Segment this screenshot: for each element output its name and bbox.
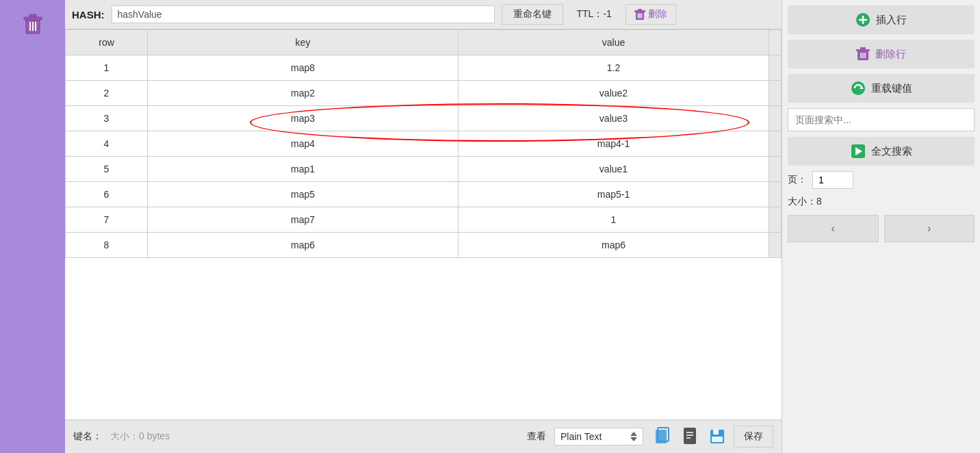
fulltext-label: 全文搜索	[871, 145, 912, 158]
insert-row-button[interactable]: 插入行	[788, 5, 975, 34]
left-sidebar	[0, 0, 65, 453]
insert-row-label: 插入行	[876, 14, 907, 27]
content-area: HASH: 重命名键 TTL：-1 删除	[65, 0, 782, 453]
table-row[interactable]: 3 map3 value3	[66, 106, 782, 131]
save-icon	[709, 428, 725, 445]
cell-value: map4-1	[459, 131, 769, 157]
col-header-key: key	[148, 30, 459, 55]
table-row[interactable]: 7 map7 1	[66, 207, 782, 233]
trash-icon-right	[856, 47, 870, 62]
view-select[interactable]: Plain Text	[554, 428, 643, 445]
table-row[interactable]: 2 map2 value2	[66, 81, 782, 106]
rename-button[interactable]: 重命名键	[502, 4, 563, 25]
col-header-value: value	[459, 30, 769, 55]
svg-rect-19	[713, 430, 719, 435]
trash-icon-small	[634, 8, 645, 21]
copy-icon-button[interactable]	[652, 424, 673, 449]
doc-icon-button[interactable]	[679, 424, 701, 449]
ttl-label: TTL：-1	[577, 8, 612, 21]
delete-row-label: 删除行	[875, 48, 906, 61]
table-container: row key value 1 map8 1.2 2 map2 value2 3…	[65, 29, 782, 419]
svg-rect-8	[638, 9, 642, 11]
cell-key: map7	[148, 207, 459, 233]
svg-rect-14	[684, 428, 696, 444]
cell-value: value3	[459, 106, 769, 131]
cell-row: 5	[66, 157, 148, 182]
cell-key: map4	[148, 131, 459, 157]
table-row[interactable]: 5 map1 value1	[66, 157, 782, 182]
table-row[interactable]: 8 map6 map6	[66, 233, 782, 258]
delete-button-top[interactable]: 删除	[626, 4, 676, 25]
prev-page-button[interactable]: ‹	[788, 215, 879, 242]
cell-value: value1	[459, 157, 769, 182]
key-name-label: 键名：	[73, 430, 102, 443]
cell-key: map1	[148, 157, 459, 182]
trash-icon	[23, 13, 42, 35]
cell-row: 3	[66, 106, 148, 131]
cell-row: 8	[66, 233, 148, 258]
nav-row: ‹ ›	[788, 215, 975, 242]
col-header-row: row	[66, 30, 148, 55]
cell-row: 6	[66, 182, 148, 207]
svg-rect-20	[712, 437, 723, 442]
bottom-icons: 保存	[652, 424, 773, 449]
fulltext-search-button[interactable]: 全文搜索	[788, 137, 975, 166]
cell-value: value2	[459, 81, 769, 106]
right-panel: 插入行 删除行 重载键值	[782, 0, 980, 453]
save-button[interactable]: 保存	[734, 426, 773, 448]
cell-row: 4	[66, 131, 148, 157]
cell-key: map3	[148, 106, 459, 131]
plus-circle-icon	[855, 12, 871, 27]
view-select-value: Plain Text	[560, 431, 602, 442]
cell-row: 7	[66, 207, 148, 233]
play-icon	[851, 144, 866, 159]
data-table: row key value 1 map8 1.2 2 map2 value2 3…	[65, 29, 782, 258]
page-label: 页：	[788, 174, 807, 186]
copy-icon	[654, 427, 671, 446]
reload-label: 重载键值	[871, 82, 912, 95]
cell-row: 2	[66, 81, 148, 106]
bottom-bar: 键名： 大小：0 bytes 查看 Plain Text	[65, 419, 782, 453]
cell-key: map2	[148, 81, 459, 106]
save-btn-label: 保存	[744, 430, 763, 443]
cell-key: map6	[148, 233, 459, 258]
svg-rect-2	[29, 14, 36, 17]
top-bar: HASH: 重命名键 TTL：-1 删除	[65, 0, 782, 29]
view-label: 查看	[527, 430, 546, 443]
cell-value: 1.2	[459, 55, 769, 81]
cell-value: 1	[459, 207, 769, 233]
hash-input[interactable]	[112, 5, 495, 23]
svg-rect-26	[860, 47, 866, 50]
search-input[interactable]	[788, 108, 975, 131]
size-info: 大小：8	[788, 194, 975, 209]
reload-button[interactable]: 重载键值	[788, 74, 975, 103]
refresh-icon	[851, 81, 866, 96]
document-icon	[682, 427, 698, 446]
svg-rect-1	[24, 17, 42, 20]
cell-value: map6	[459, 233, 769, 258]
size-label: 大小：0 bytes	[110, 430, 170, 443]
table-row[interactable]: 6 map5 map5-1	[66, 182, 782, 207]
sidebar-trash-button[interactable]	[12, 7, 53, 41]
chevron-updown-icon	[630, 432, 637, 441]
table-row[interactable]: 1 map8 1.2	[66, 55, 782, 81]
cell-key: map8	[148, 55, 459, 81]
table-row[interactable]: 4 map4 map4-1	[66, 131, 782, 157]
hash-label: HASH:	[72, 9, 105, 21]
page-input[interactable]	[812, 171, 853, 189]
delete-row-button[interactable]: 删除行	[788, 40, 975, 68]
cell-key: map5	[148, 182, 459, 207]
next-page-button[interactable]: ›	[884, 215, 975, 242]
cell-row: 1	[66, 55, 148, 81]
page-row: 页：	[788, 171, 975, 189]
save-icon-button[interactable]	[706, 426, 728, 448]
cell-value: map5-1	[459, 182, 769, 207]
